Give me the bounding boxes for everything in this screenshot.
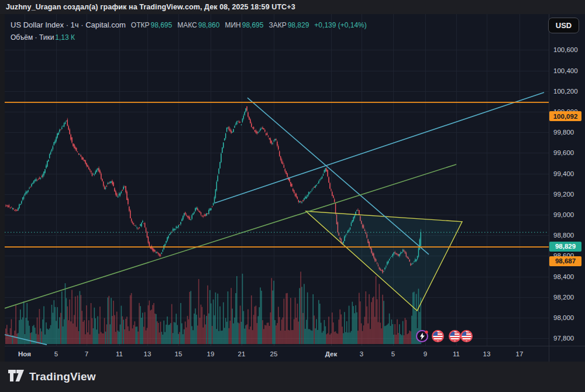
- tradingview-logo-icon[interactable]: [8, 370, 24, 384]
- us-flag-event-icon[interactable]: [431, 329, 445, 343]
- currency-button[interactable]: USD: [548, 18, 579, 33]
- svg-text:17: 17: [516, 350, 524, 357]
- open-value: 98,695: [150, 21, 172, 29]
- svg-text:5: 5: [391, 350, 395, 357]
- price-tag-resistance: 100,092: [549, 111, 581, 121]
- svg-text:11: 11: [453, 350, 460, 357]
- svg-text:98,000: 98,000: [553, 314, 574, 321]
- close-label: ЗАКР: [269, 21, 286, 29]
- svg-text:7: 7: [85, 350, 88, 357]
- svg-text:100,200: 100,200: [553, 88, 578, 95]
- svg-text:21: 21: [238, 350, 246, 357]
- attribution-bar: Juzhny_Uragan создал(а) график на Tradin…: [0, 0, 585, 14]
- svg-text:98,800: 98,800: [553, 232, 574, 239]
- svg-text:99,000: 99,000: [553, 211, 574, 218]
- svg-text:99,800: 99,800: [553, 129, 574, 136]
- low-label: МИН: [225, 21, 240, 29]
- close-value: 98,829: [288, 21, 309, 29]
- us-flag-event-icon[interactable]: [460, 329, 473, 343]
- volume-indicator-label: Объём · Тики: [11, 33, 54, 42]
- left-margin-strip: [0, 14, 5, 362]
- price-tag-last: 98,829: [549, 242, 581, 252]
- svg-text:3: 3: [360, 350, 363, 357]
- svg-text:9: 9: [424, 350, 427, 357]
- snapshot-stage: Juzhny_Uragan создал(а) график на Tradin…: [0, 0, 585, 392]
- change-value: +0,139 (+0,14%): [314, 21, 366, 29]
- svg-text:99,400: 99,400: [553, 170, 574, 177]
- svg-text:19: 19: [207, 350, 215, 357]
- svg-text:100,600: 100,600: [553, 46, 578, 53]
- svg-text:100,400: 100,400: [553, 67, 578, 74]
- svg-text:99,200: 99,200: [553, 191, 574, 198]
- attribution-text: Juzhny_Uragan создал(а) график на Tradin…: [6, 3, 295, 11]
- flash-event-icon[interactable]: [415, 329, 429, 343]
- svg-text:5: 5: [54, 350, 58, 357]
- open-label: ОТКР: [131, 21, 150, 29]
- svg-text:25: 25: [270, 350, 278, 357]
- symbol-title: US Dollar Index · 1ч · Capital.com: [11, 20, 126, 29]
- svg-text:97,800: 97,800: [553, 335, 574, 342]
- svg-text:Ноя: Ноя: [18, 350, 31, 357]
- svg-text:Дек: Дек: [325, 350, 338, 357]
- svg-text:98,400: 98,400: [553, 273, 574, 280]
- chart-pane[interactable]: 97,80098,00098,20098,40098,60098,80099,0…: [0, 14, 585, 362]
- volume-indicator-value: 1,13 К: [55, 33, 75, 42]
- svg-text:13: 13: [144, 350, 152, 357]
- tradingview-wordmark[interactable]: TradingView: [29, 370, 96, 383]
- svg-text:99,600: 99,600: [553, 149, 574, 156]
- tradingview-footer: TradingView: [0, 362, 585, 392]
- high-label: МАКС: [177, 21, 197, 29]
- price-tag-support: 98,687: [549, 256, 581, 266]
- svg-text:11: 11: [116, 350, 123, 357]
- chart-widget[interactable]: 97,80098,00098,20098,40098,60098,80099,0…: [0, 14, 585, 362]
- svg-text:98,200: 98,200: [553, 294, 574, 301]
- svg-text:15: 15: [175, 350, 183, 357]
- chart-legend: US Dollar Index · 1ч · Capital.comОТКР98…: [11, 19, 367, 43]
- svg-text:13: 13: [483, 350, 491, 357]
- high-value: 98,860: [198, 21, 220, 29]
- low-value: 98,695: [242, 21, 264, 29]
